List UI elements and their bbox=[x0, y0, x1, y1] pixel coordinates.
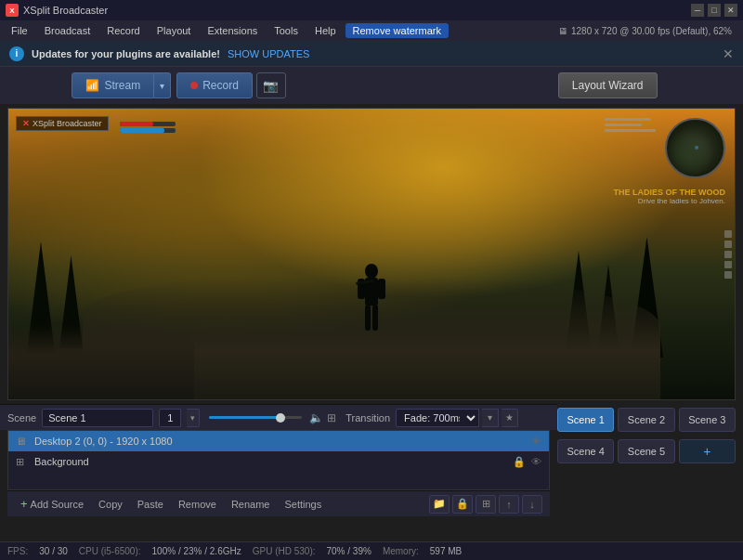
scene-number-dropdown[interactable]: ▾ bbox=[187, 409, 200, 427]
record-button[interactable]: Record bbox=[176, 72, 253, 98]
transition-select[interactable]: Fade: 700ms bbox=[396, 409, 479, 427]
svg-rect-4 bbox=[365, 305, 371, 331]
menu-playout[interactable]: Playout bbox=[150, 23, 199, 38]
scene-controls: Scene ▾ 🔈 ⊞ Transition Fade: 700ms ▾ ★ bbox=[0, 404, 557, 430]
add-source-button[interactable]: + Add Source bbox=[15, 495, 89, 513]
memory-value: 597 MB bbox=[430, 546, 462, 556]
infobar: i Updates for your plugins are available… bbox=[0, 41, 743, 67]
transition-down-button[interactable]: ▾ bbox=[482, 409, 499, 427]
scenes-grid-top: Scene 1 Scene 2 Scene 3 bbox=[557, 408, 736, 432]
statusbar: FPS: 30 / 30 CPU (i5-6500): 100% / 23% /… bbox=[0, 541, 743, 560]
main-content: Scene ▾ 🔈 ⊞ Transition Fade: 700ms ▾ ★ bbox=[0, 404, 743, 516]
show-updates-link[interactable]: SHOW UPDATES bbox=[228, 48, 309, 59]
rename-button[interactable]: Rename bbox=[226, 497, 276, 512]
sources-toolbar: + Add Source Copy Paste Remove Rename Se… bbox=[7, 490, 550, 516]
source-background-name: Background bbox=[34, 456, 507, 467]
wifi-icon: 📶 bbox=[85, 79, 99, 92]
layout-wizard-button[interactable]: Layout Wizard bbox=[558, 72, 658, 98]
menu-extensions[interactable]: Extensions bbox=[200, 23, 265, 38]
source-desktop-name: Desktop 2 (0, 0) - 1920 x 1080 bbox=[34, 436, 526, 447]
desktop-icon: 🖥 bbox=[16, 436, 29, 447]
background-icon: ⊞ bbox=[16, 456, 29, 468]
sources-panel: 🖥 Desktop 2 (0, 0) - 1920 x 1080 👁 ⊞ Bac… bbox=[7, 430, 550, 490]
add-scene-button[interactable]: + bbox=[679, 439, 736, 463]
titlebar-left: X XSplit Broadcaster bbox=[6, 4, 108, 17]
game-preview: ✕ XSplit Broadcaster bbox=[8, 109, 735, 399]
scene-number-input[interactable] bbox=[159, 409, 181, 427]
fps-label: FPS: bbox=[7, 546, 28, 556]
preview-area: ✕ XSplit Broadcaster bbox=[7, 108, 736, 400]
stream-dropdown-button[interactable]: ▾ bbox=[154, 72, 171, 98]
source-down-button[interactable]: ↓ bbox=[522, 495, 542, 514]
source-item-background[interactable]: ⊞ Background 🔒 👁 bbox=[8, 451, 549, 472]
source-eye-icon[interactable]: 👁 bbox=[531, 436, 541, 447]
right-panel: Scene 1 Scene 2 Scene 3 Scene 4 Scene 5 … bbox=[557, 404, 743, 516]
svg-rect-5 bbox=[372, 305, 378, 331]
source-icon-buttons: 📁 🔒 ⊞ ↑ ↓ bbox=[429, 495, 542, 514]
fps-value: 30 / 30 bbox=[39, 546, 68, 556]
scene-4-button[interactable]: Scene 4 bbox=[557, 439, 614, 463]
scene-5-button[interactable]: Scene 5 bbox=[618, 439, 674, 463]
info-message: Updates for your plugins are available! bbox=[32, 48, 220, 59]
svg-rect-3 bbox=[378, 279, 385, 299]
paste-button[interactable]: Paste bbox=[132, 497, 169, 512]
plus-icon: + bbox=[20, 497, 28, 511]
scenes-grid-bottom: Scene 4 Scene 5 + bbox=[557, 439, 736, 463]
source-item-desktop[interactable]: 🖥 Desktop 2 (0, 0) - 1920 x 1080 👁 bbox=[8, 431, 549, 451]
record-dot-icon bbox=[190, 82, 198, 89]
menu-help[interactable]: Help bbox=[307, 23, 344, 38]
titlebar: X XSplit Broadcaster ─ □ ✕ bbox=[0, 0, 743, 20]
maximize-button[interactable]: □ bbox=[708, 4, 721, 17]
volume-track[interactable] bbox=[209, 416, 302, 419]
scene-name-input[interactable] bbox=[42, 409, 153, 427]
transition-row: Fade: 700ms ▾ ★ bbox=[396, 409, 518, 427]
source-eye-icon-2[interactable]: 👁 bbox=[531, 456, 541, 467]
mixer-icon[interactable]: ⊞ bbox=[327, 411, 336, 424]
cpu-label: CPU (i5-6500): bbox=[79, 546, 141, 556]
source-grid-button[interactable]: ⊞ bbox=[476, 495, 496, 514]
volume-thumb[interactable] bbox=[276, 413, 285, 423]
source-lock-icon[interactable]: 🔒 bbox=[513, 456, 526, 468]
menubar: File Broadcast Record Playout Extensions… bbox=[0, 20, 743, 41]
transition-label: Transition bbox=[345, 412, 390, 423]
resolution-info: 🖥 1280 x 720 @ 30.00 fps (Default), 62% bbox=[558, 26, 739, 36]
svg-point-0 bbox=[365, 264, 378, 279]
menu-tools[interactable]: Tools bbox=[267, 23, 306, 38]
menu-file[interactable]: File bbox=[4, 23, 35, 38]
stream-button[interactable]: 📶 Stream bbox=[72, 72, 154, 98]
source-up-button[interactable]: ↑ bbox=[499, 495, 519, 514]
menu-broadcast[interactable]: Broadcast bbox=[37, 23, 98, 38]
mute-icon[interactable]: 🔈 bbox=[309, 411, 323, 424]
toolbar: 📶 Stream ▾ Record 📷 Layout Wizard bbox=[0, 67, 743, 104]
camera-icon: 📷 bbox=[263, 79, 279, 93]
scene-label: Scene bbox=[7, 412, 36, 423]
scene-3-button[interactable]: Scene 3 bbox=[679, 408, 736, 432]
menu-record[interactable]: Record bbox=[99, 23, 147, 38]
gpu-label: GPU (HD 530): bbox=[253, 546, 316, 556]
copy-button[interactable]: Copy bbox=[93, 497, 128, 512]
left-section: Scene ▾ 🔈 ⊞ Transition Fade: 700ms ▾ ★ bbox=[0, 404, 557, 516]
terrain-left bbox=[8, 325, 194, 399]
transition-star-button[interactable]: ★ bbox=[502, 409, 518, 427]
volume-slider-area: 🔈 ⊞ bbox=[209, 411, 336, 424]
cpu-value: 100% / 23% / 2.6GHz bbox=[152, 546, 241, 556]
menu-remove-watermark[interactable]: Remove watermark bbox=[345, 23, 449, 38]
source-folder-button[interactable]: 📁 bbox=[429, 495, 450, 514]
stream-group: 📶 Stream ▾ Record 📷 bbox=[72, 72, 285, 98]
close-button[interactable]: ✕ bbox=[724, 4, 737, 17]
screenshot-button[interactable]: 📷 bbox=[256, 72, 286, 98]
info-icon: i bbox=[9, 46, 24, 61]
character-silhouette bbox=[353, 264, 390, 345]
titlebar-controls: ─ □ ✕ bbox=[691, 4, 737, 17]
infobar-close-button[interactable]: ✕ bbox=[723, 46, 734, 61]
remove-button[interactable]: Remove bbox=[173, 497, 222, 512]
scene-2-button[interactable]: Scene 2 bbox=[618, 408, 674, 432]
app-icon: X bbox=[6, 4, 19, 17]
memory-label: Memory: bbox=[383, 546, 419, 556]
settings-button[interactable]: Settings bbox=[279, 497, 327, 512]
minimize-button[interactable]: ─ bbox=[691, 4, 704, 17]
volume-fill bbox=[209, 416, 279, 419]
source-lock-button[interactable]: 🔒 bbox=[452, 495, 473, 514]
gpu-value: 70% / 39% bbox=[327, 546, 372, 556]
scene-1-button[interactable]: Scene 1 bbox=[557, 408, 614, 432]
